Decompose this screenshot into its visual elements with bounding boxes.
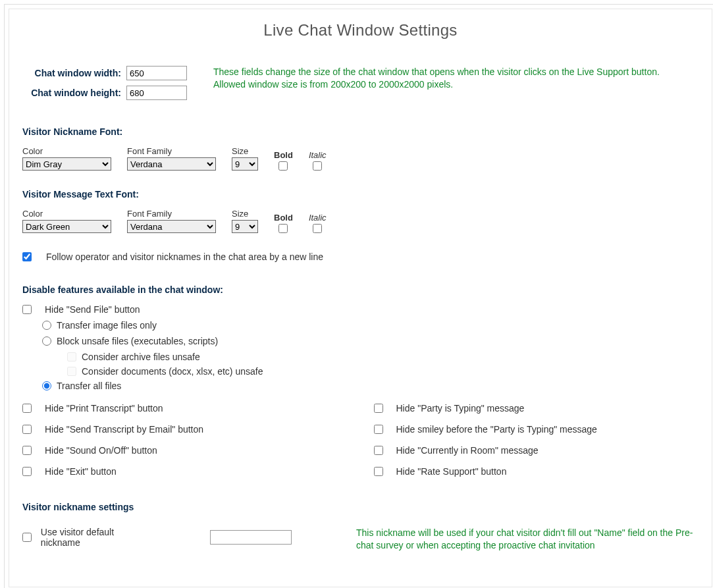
follow-newline-row: Follow operator and visitor nicknames in… [22, 252, 699, 262]
docs-unsafe-row: Consider documents (docx, xlsx, etc) uns… [67, 366, 699, 377]
docs-unsafe-checkbox[interactable] [67, 367, 76, 376]
msg-size-col: Size 9 [232, 209, 258, 233]
hide-exit-checkbox[interactable] [22, 467, 32, 476]
follow-newline-checkbox[interactable] [22, 252, 32, 261]
follow-newline-label: Follow operator and visitor nicknames in… [46, 252, 323, 262]
height-label: Chat window height: [22, 88, 121, 98]
hide-options-right-col: Hide "Party is Typing" message Hide smil… [374, 403, 699, 482]
archive-unsafe-checkbox[interactable] [67, 352, 76, 361]
transfer-image-only-row: Transfer image files only [42, 320, 699, 331]
hide-options-columns: Hide "Print Transcript" button Hide "Sen… [22, 403, 699, 482]
hide-typing-checkbox[interactable] [374, 404, 383, 413]
msg-size-label: Size [232, 209, 258, 219]
hide-sound-label: Hide "Sound On/Off" button [45, 445, 157, 456]
size-help-text: These fields change the size of the chat… [213, 66, 687, 100]
hide-send-file-checkbox[interactable] [22, 305, 32, 314]
hide-email-row: Hide "Send Transcript by Email" button [22, 424, 348, 435]
visitor-nick-font-heading: Visitor Nickname Font: [22, 126, 699, 137]
disable-features-block: Disable features available in the chat w… [22, 284, 699, 482]
msg-bold-label: Bold [274, 213, 293, 223]
hide-sound-checkbox[interactable] [22, 446, 32, 455]
width-label: Chat window width: [22, 68, 121, 78]
msg-italic-col: Italic [309, 213, 327, 233]
hide-email-checkbox[interactable] [22, 425, 32, 434]
archive-unsafe-row: Consider archive files unsafe [67, 352, 699, 362]
nickname-row: Use visitor default nickname This nickna… [22, 527, 699, 552]
nick-family-col: Font Family Verdana [127, 146, 216, 171]
msg-italic-label: Italic [309, 213, 327, 223]
nick-size-select[interactable]: 9 [232, 157, 258, 171]
hide-typing-row: Hide "Party is Typing" message [374, 403, 699, 414]
hide-inroom-checkbox[interactable] [374, 446, 383, 455]
msg-family-col: Font Family Verdana [127, 209, 216, 233]
hide-sound-row: Hide "Sound On/Off" button [22, 445, 348, 456]
block-unsafe-label: Block unsafe files (executables, scripts… [57, 336, 218, 346]
hide-smiley-checkbox[interactable] [374, 425, 383, 434]
msg-color-select[interactable]: Dark Green [22, 220, 111, 233]
hide-typing-label: Hide "Party is Typing" message [396, 403, 525, 414]
nick-size-label: Size [232, 146, 258, 156]
width-input[interactable] [126, 66, 187, 80]
nickname-heading: Visitor nickname settings [22, 502, 699, 512]
page-title: Live Chat Window Settings [22, 21, 699, 40]
hide-print-row: Hide "Print Transcript" button [22, 403, 348, 414]
msg-family-select[interactable]: Verdana [127, 220, 216, 233]
nickname-help-text: This nickname will be used if your chat … [356, 527, 699, 552]
msg-size-select[interactable]: 9 [232, 220, 258, 233]
height-field-row: Chat window height: [22, 86, 187, 100]
hide-rate-checkbox[interactable] [374, 467, 383, 476]
disable-features-heading: Disable features available in the chat w… [22, 284, 699, 295]
hide-print-label: Hide "Print Transcript" button [45, 403, 163, 414]
visitor-nick-font-row: Color Dim Gray Font Family Verdana Size … [22, 146, 699, 171]
hide-print-checkbox[interactable] [22, 404, 32, 413]
nick-italic-checkbox[interactable] [313, 161, 322, 171]
nick-bold-col: Bold [274, 150, 293, 171]
hide-email-label: Hide "Send Transcript by Email" button [45, 424, 203, 435]
nick-color-col: Color Dim Gray [22, 146, 111, 171]
visitor-msg-font-row: Color Dark Green Font Family Verdana Siz… [22, 209, 699, 233]
transfer-all-row: Transfer all files [42, 381, 699, 391]
use-default-nick-checkbox[interactable] [22, 533, 32, 542]
hide-inroom-row: Hide "Currently in Room" message [374, 445, 699, 456]
msg-italic-checkbox[interactable] [313, 224, 322, 233]
block-unsafe-row: Block unsafe files (executables, scripts… [42, 336, 699, 346]
hide-send-file-label: Hide "Send File" button [45, 304, 140, 315]
transfer-all-radio[interactable] [42, 381, 51, 390]
nick-family-select[interactable]: Verdana [127, 157, 216, 171]
transfer-image-only-label: Transfer image files only [57, 320, 157, 331]
nickname-left: Use visitor default nickname [22, 527, 292, 548]
nick-color-label: Color [22, 146, 111, 156]
hide-smiley-row: Hide smiley before the "Party is Typing"… [374, 424, 699, 435]
hide-smiley-label: Hide smiley before the "Party is Typing"… [396, 424, 597, 435]
hide-rate-row: Hide "Rate Support" button [374, 466, 699, 477]
msg-color-label: Color [22, 209, 111, 219]
nick-family-label: Font Family [127, 146, 216, 156]
use-default-nick-label: Use visitor default nickname [41, 527, 155, 548]
block-unsafe-radio[interactable] [42, 336, 51, 346]
nick-bold-label: Bold [274, 150, 293, 160]
transfer-all-label: Transfer all files [57, 381, 121, 391]
window-size-block: Chat window width: Chat window height: T… [22, 66, 699, 100]
width-field-row: Chat window width: [22, 66, 187, 80]
msg-bold-col: Bold [274, 213, 293, 233]
nickname-section: Visitor nickname settings Use visitor de… [22, 502, 699, 552]
nick-italic-col: Italic [309, 150, 327, 171]
settings-panel: Live Chat Window Settings Chat window wi… [9, 9, 712, 587]
hide-exit-row: Hide "Exit" button [22, 466, 348, 477]
hide-exit-label: Hide "Exit" button [45, 466, 117, 477]
docs-unsafe-label: Consider documents (docx, xlsx, etc) uns… [82, 366, 263, 377]
hide-inroom-label: Hide "Currently in Room" message [396, 445, 539, 456]
msg-color-col: Color Dark Green [22, 209, 111, 233]
hide-options-left-col: Hide "Print Transcript" button Hide "Sen… [22, 403, 348, 482]
default-nick-input[interactable] [210, 530, 292, 545]
msg-family-label: Font Family [127, 209, 216, 219]
nick-color-select[interactable]: Dim Gray [22, 157, 111, 171]
msg-bold-checkbox[interactable] [278, 224, 288, 233]
hide-send-file-row: Hide "Send File" button [22, 304, 699, 315]
nick-bold-checkbox[interactable] [278, 161, 288, 171]
archive-unsafe-label: Consider archive files unsafe [82, 352, 200, 362]
transfer-image-only-radio[interactable] [42, 321, 51, 330]
window-size-fields: Chat window width: Chat window height: [22, 66, 187, 100]
hide-rate-label: Hide "Rate Support" button [396, 466, 507, 477]
height-input[interactable] [126, 86, 187, 100]
